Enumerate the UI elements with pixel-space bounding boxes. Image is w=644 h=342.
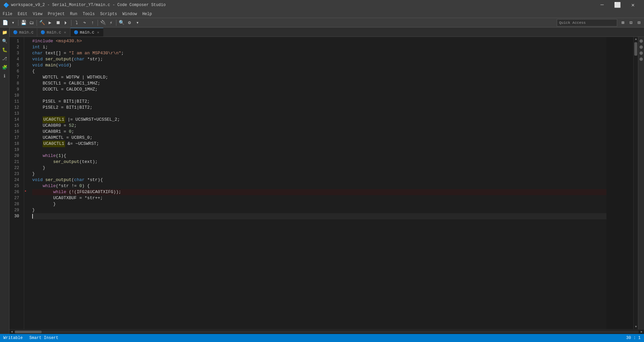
toolbar-stop[interactable]: ⏹ xyxy=(54,19,62,26)
toolbar-right3[interactable]: ⊟ xyxy=(635,19,643,26)
line-num-17: 17 xyxy=(9,135,22,141)
tab-file-icon-0: 🔵 xyxy=(13,30,18,35)
bottom-scrollbar: ◀ ▶ xyxy=(9,329,644,334)
code-line-18: UCA0CTL1 &= ~UCSWRST; xyxy=(32,141,606,147)
code-line-27: UCA0TXBUF = *str++; xyxy=(32,195,606,201)
menu-run[interactable]: Run xyxy=(67,10,80,18)
menu-window[interactable]: Window xyxy=(120,10,140,18)
close-button[interactable]: ✕ xyxy=(625,0,641,10)
minimize-button[interactable]: ─ xyxy=(594,0,610,10)
line-num-14: 14 xyxy=(9,117,22,123)
tab-close-1[interactable]: ✕ xyxy=(63,30,67,35)
menu-edit[interactable]: Edit xyxy=(15,10,30,18)
status-writable[interactable]: Writable xyxy=(3,336,23,340)
toolbar-build[interactable]: 🔨 xyxy=(38,19,46,26)
line-num-3: 3 xyxy=(9,50,22,56)
text-cursor xyxy=(32,214,33,219)
code-line-1: #include <msp430.h> xyxy=(32,38,606,44)
code-line-29: } xyxy=(32,207,606,213)
sidebar-info[interactable]: ℹ xyxy=(1,72,8,80)
app-window: 🔷 workspace_v9_2 - Serial_Monitor_YT/mai… xyxy=(0,0,644,342)
menu-project[interactable]: Project xyxy=(45,10,67,18)
tab-close-2[interactable]: ✕ xyxy=(96,30,100,35)
line-num-26: 26 xyxy=(9,189,22,195)
menu-tools[interactable]: Tools xyxy=(80,10,97,18)
window-controls: ─ ⬜ ✕ xyxy=(594,0,641,10)
code-line-14: UCA0CTL1 |= UCSWRST+UCSSEL_2; xyxy=(32,117,606,123)
code-line-25: while(*str != 0) { xyxy=(32,183,606,189)
editor-main: 🔵 main.c 🔵 main.c ✕ 🔵 main.c ✕ xyxy=(9,27,644,334)
menu-scripts[interactable]: Scripts xyxy=(97,10,119,18)
sidebar-explorer[interactable]: 📁 xyxy=(1,29,8,36)
toolbar-new[interactable]: 📄 xyxy=(1,19,9,26)
status-insert-label: Smart Insert xyxy=(30,336,58,340)
sidebar-search2[interactable]: 🔍 xyxy=(1,38,8,45)
left-sidebar: 📁 🔍 🐛 ⎇ 🧩 ℹ xyxy=(0,27,9,334)
line-num-13: 13 xyxy=(9,111,22,117)
toolbar-step-over[interactable]: ↷ xyxy=(81,19,88,26)
tab-1[interactable]: 🔵 main.c ✕ xyxy=(37,28,70,37)
line-num-27: 27 xyxy=(9,195,22,201)
center-area: 📁 🔍 🐛 ⎇ 🧩 ℹ 🔵 main.c 🔵 main.c ✕ xyxy=(0,27,644,334)
hscroll-thumb[interactable] xyxy=(15,331,42,333)
toolbar-search[interactable]: 🔍 xyxy=(118,19,125,26)
menu-help[interactable]: Help xyxy=(140,10,155,18)
breakpoint-26: ● xyxy=(24,188,27,194)
tab-2[interactable]: 🔵 main.c ✕ xyxy=(70,28,103,37)
right-scrollbar: ▲ ▼ xyxy=(633,37,638,329)
line-num-23: 23 xyxy=(9,171,22,177)
code-line-10 xyxy=(32,93,606,99)
code-line-16: UCA0BR1 = 0; xyxy=(32,129,606,135)
toolbar-debug[interactable]: ▶ xyxy=(46,19,54,26)
toolbar-step-out[interactable]: ↑ xyxy=(89,19,96,26)
code-line-4: void ser_output(char *str); xyxy=(32,56,606,62)
status-position[interactable]: 30 : 1 xyxy=(626,336,641,340)
quick-access-label: Quick Access xyxy=(559,21,586,25)
code-area[interactable]: #include <msp430.h> int i; char text[] =… xyxy=(27,37,606,329)
hscroll-right[interactable]: ▶ xyxy=(639,330,644,334)
tab-0[interactable]: 🔵 main.c xyxy=(9,28,37,37)
code-line-28: } xyxy=(32,201,606,207)
tab-label-1: main.c xyxy=(47,30,61,35)
toolbar-dropdown1[interactable]: ▾ xyxy=(9,19,17,26)
toolbar-settings[interactable]: ⚙ xyxy=(126,19,133,26)
toolbar-more[interactable]: ▾ xyxy=(134,19,141,26)
toolbar-right2[interactable]: ⊡ xyxy=(627,19,635,26)
line-num-19: 19 xyxy=(9,147,22,153)
maximize-button[interactable]: ⬜ xyxy=(610,0,625,10)
quick-access-input[interactable]: Quick Access xyxy=(557,19,617,26)
toolbar-right1[interactable]: ⊞ xyxy=(619,19,627,26)
scroll-thumb[interactable] xyxy=(634,42,637,56)
line-num-4: 4 xyxy=(9,56,22,62)
sidebar-debug2[interactable]: 🐛 xyxy=(1,46,8,54)
line-num-12: 12 xyxy=(9,105,22,111)
hscroll-track xyxy=(15,331,639,333)
scroll-up-arrow[interactable]: ▲ xyxy=(634,37,638,42)
line-num-9: 9 xyxy=(9,87,22,93)
line-num-28: 28 xyxy=(9,201,22,207)
toolbar-connect[interactable]: 🔌 xyxy=(99,19,107,26)
toolbar-saveall[interactable]: 🗂 xyxy=(28,19,35,26)
toolbar-resume[interactable]: ⏵ xyxy=(62,19,70,26)
scroll-down-arrow[interactable]: ▼ xyxy=(634,325,638,329)
code-line-3: char text[] = "I am an MSP430\r\n"; xyxy=(32,50,606,56)
code-line-23: } xyxy=(32,171,606,177)
sidebar-ext[interactable]: 🧩 xyxy=(1,64,8,71)
toolbar-save[interactable]: 💾 xyxy=(20,19,27,26)
menu-view[interactable]: View xyxy=(30,10,45,18)
toolbar-step-into[interactable]: ⤵ xyxy=(73,19,80,26)
code-line-9: DCOCTL = CALDCO_1MHZ; xyxy=(32,87,606,93)
line-num-29: 29 xyxy=(9,207,22,213)
menu-file[interactable]: File xyxy=(0,10,15,18)
tab-label-2: main.c xyxy=(80,30,94,35)
toolbar-sep-2 xyxy=(37,20,37,26)
status-insert-mode[interactable]: Smart Insert xyxy=(30,336,58,340)
hscroll-left[interactable]: ◀ xyxy=(9,330,14,334)
sidebar-git[interactable]: ⎇ xyxy=(1,55,8,62)
toolbar-disconnect[interactable]: ⚡ xyxy=(107,19,115,26)
app-icon: 🔷 xyxy=(3,2,9,8)
line-num-1: 1 xyxy=(9,38,22,44)
toolbar: 📄 ▾ 💾 🗂 🔨 ▶ ⏹ ⏵ ⤵ ↷ ↑ 🔌 ⚡ 🔍 ⚙ ▾ Quick Ac… xyxy=(0,18,644,27)
tab-label-0: main.c xyxy=(19,30,34,35)
code-editor-body: 1 2 3 4 5 6 7 8 9 10 11 12 13 14 15 16 1 xyxy=(9,37,644,329)
